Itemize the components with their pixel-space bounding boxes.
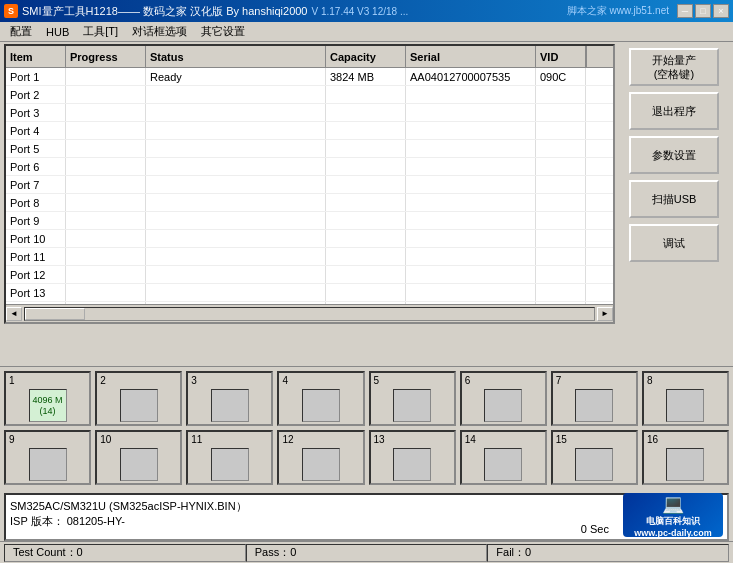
- port-number: 5: [374, 375, 380, 386]
- scroll-right-arrow[interactable]: ►: [597, 307, 613, 321]
- td-status: [146, 86, 326, 103]
- table-row[interactable]: Port 1 Ready 3824 MB AA04012700007535 09…: [6, 68, 613, 86]
- port-number: 2: [100, 375, 106, 386]
- td-item: Port 5: [6, 140, 66, 157]
- scan-usb-button[interactable]: 扫描USB: [629, 180, 719, 218]
- td-vid: [536, 122, 586, 139]
- table-row[interactable]: Port 10: [6, 230, 613, 248]
- port-cell[interactable]: 13: [369, 430, 456, 485]
- port-grid-row2: 9 10 11 12 13 14 15 16: [4, 430, 729, 485]
- params-button[interactable]: 参数设置: [629, 136, 719, 174]
- port-number: 4: [282, 375, 288, 386]
- port-cell[interactable]: 9: [4, 430, 91, 485]
- menu-hub[interactable]: HUB: [40, 24, 75, 40]
- port-inner: [484, 448, 522, 481]
- port-cell[interactable]: 15: [551, 430, 638, 485]
- td-vid: [536, 158, 586, 175]
- td-serial: [406, 212, 536, 229]
- td-item: Port 13: [6, 284, 66, 301]
- menu-other[interactable]: 其它设置: [195, 22, 251, 41]
- port-inner: [302, 448, 340, 481]
- port-inner: [575, 448, 613, 481]
- port-cell[interactable]: 8: [642, 371, 729, 426]
- info-line1: SM325AC/SM321U (SM325acISP-HYNIX.BIN）: [10, 499, 723, 514]
- port-cell[interactable]: 16: [642, 430, 729, 485]
- maximize-button[interactable]: □: [695, 4, 711, 18]
- minimize-button[interactable]: ─: [677, 4, 693, 18]
- port-number: 7: [556, 375, 562, 386]
- port-cell[interactable]: 14: [460, 430, 547, 485]
- table-row[interactable]: Port 4: [6, 122, 613, 140]
- pass-count: Pass：0: [246, 544, 488, 562]
- h-scroll-thumb[interactable]: [25, 308, 85, 320]
- td-progress: [66, 266, 146, 283]
- port-grid-section: 1 4096 M (14) 2 3 4 5 6 7 8 9 10: [0, 366, 733, 493]
- info-section: SM325AC/SM321U (SM325acISP-HYNIX.BIN） IS…: [4, 493, 729, 541]
- title-text: SMI量产工具H1218—— 数码之家 汉化版 By hanshiqi2000: [22, 4, 307, 19]
- td-serial: [406, 230, 536, 247]
- table-row[interactable]: Port 13: [6, 284, 613, 302]
- debug-button[interactable]: 调试: [629, 224, 719, 262]
- right-panel: 开始量产 (空格键) 退出程序 参数设置 扫描USB 调试: [619, 44, 729, 364]
- td-serial: [406, 266, 536, 283]
- table-row[interactable]: Port 2: [6, 86, 613, 104]
- td-capacity: [326, 140, 406, 157]
- menu-dialog[interactable]: 对话框选项: [126, 22, 193, 41]
- scroll-left-arrow[interactable]: ◄: [6, 307, 22, 321]
- td-progress: [66, 140, 146, 157]
- td-item: Port 11: [6, 248, 66, 265]
- watermark: 💻 电脑百科知识 www.pc-daily.com: [623, 493, 723, 537]
- col-vid: VID: [536, 46, 586, 67]
- port-cell[interactable]: 6: [460, 371, 547, 426]
- port-cell[interactable]: 4: [277, 371, 364, 426]
- menu-config[interactable]: 配置: [4, 22, 38, 41]
- col-status: Status: [146, 46, 326, 67]
- port-inner: [120, 448, 158, 481]
- exit-button[interactable]: 退出程序: [629, 92, 719, 130]
- port-table: Item Progress Status Capacity Serial VID…: [4, 44, 615, 324]
- table-row[interactable]: Port 8: [6, 194, 613, 212]
- td-vid: [536, 176, 586, 193]
- title-bar: S SMI量产工具H1218—— 数码之家 汉化版 By hanshiqi200…: [0, 0, 733, 22]
- table-row[interactable]: Port 5: [6, 140, 613, 158]
- td-status: [146, 266, 326, 283]
- col-serial: Serial: [406, 46, 536, 67]
- h-scroll-track[interactable]: [24, 307, 595, 321]
- td-serial: [406, 176, 536, 193]
- port-cell[interactable]: 12: [277, 430, 364, 485]
- port-cell[interactable]: 2: [95, 371, 182, 426]
- port-cell[interactable]: 5: [369, 371, 456, 426]
- td-vid: [536, 86, 586, 103]
- td-progress: [66, 68, 146, 85]
- table-row[interactable]: Port 7: [6, 176, 613, 194]
- table-row[interactable]: Port 12: [6, 266, 613, 284]
- close-button[interactable]: ×: [713, 4, 729, 18]
- td-item: Port 6: [6, 158, 66, 175]
- td-capacity: [326, 122, 406, 139]
- td-serial: [406, 194, 536, 211]
- td-serial: [406, 158, 536, 175]
- col-progress: Progress: [66, 46, 146, 67]
- td-status: Ready: [146, 68, 326, 85]
- col-item: Item: [6, 46, 66, 67]
- port-cell[interactable]: 7: [551, 371, 638, 426]
- td-vid: [536, 194, 586, 211]
- td-serial: [406, 104, 536, 121]
- start-button[interactable]: 开始量产 (空格键): [629, 48, 719, 86]
- table-row[interactable]: Port 9: [6, 212, 613, 230]
- menu-tools[interactable]: 工具[T]: [77, 22, 124, 41]
- table-row[interactable]: Port 6: [6, 158, 613, 176]
- table-row[interactable]: Port 3: [6, 104, 613, 122]
- status-bar: Test Count：0 Pass：0 Fail：0: [0, 541, 733, 563]
- td-progress: [66, 230, 146, 247]
- horizontal-scrollbar[interactable]: ◄ ►: [6, 304, 613, 322]
- port-cell[interactable]: 10: [95, 430, 182, 485]
- td-capacity: [326, 158, 406, 175]
- table-row[interactable]: Port 11: [6, 248, 613, 266]
- td-capacity: [326, 176, 406, 193]
- port-cell[interactable]: 1 4096 M (14): [4, 371, 91, 426]
- td-capacity: [326, 194, 406, 211]
- time-label: 0 Sec: [581, 523, 609, 535]
- port-cell[interactable]: 3: [186, 371, 273, 426]
- port-cell[interactable]: 11: [186, 430, 273, 485]
